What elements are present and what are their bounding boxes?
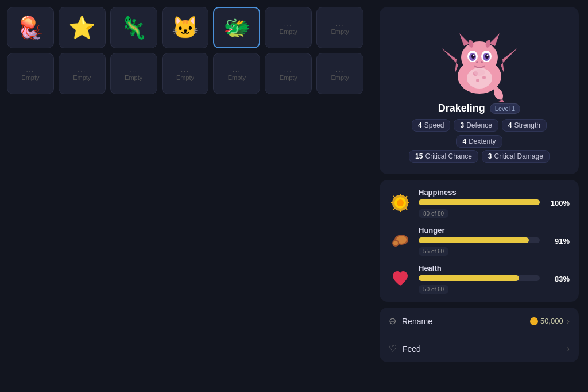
health-bar-fill: [419, 275, 519, 281]
empty-label-5: Empty: [125, 74, 142, 81]
purple-cat-emoji: 🐱: [172, 17, 199, 39]
pet-name: Drakeling: [438, 102, 485, 114]
level-badge: Level 1: [490, 103, 520, 114]
coin-icon: [530, 317, 538, 325]
rename-label: Rename: [402, 317, 530, 326]
svg-point-26: [397, 199, 404, 206]
empty-label-3: Empty: [21, 74, 39, 81]
jellyfish-emoji: 🪼: [17, 17, 44, 39]
health-sub: 50 of 60: [419, 285, 448, 294]
health-info: Health 50 of 60: [419, 264, 540, 294]
svg-line-33: [405, 196, 407, 198]
green-dragon-emoji: 🦎: [120, 17, 147, 39]
happiness-bar-fill: [419, 199, 540, 205]
empty-label-6: Empty: [176, 74, 194, 81]
empty-label-8: Empty: [280, 74, 297, 81]
health-icon: [389, 267, 412, 290]
feed-chevron: ›: [567, 344, 570, 354]
pet-slot-empty-1[interactable]: ... Empty: [265, 7, 312, 48]
rename-cost-value: 50,000: [540, 317, 563, 325]
action-section: ⊖ Rename 50,000 › ♡ Feed ›: [380, 308, 579, 362]
feed-icon: ♡: [389, 343, 397, 354]
health-row: Health 50 of 60 83%: [389, 264, 570, 294]
hunger-bar-bg: [419, 237, 540, 243]
happiness-label: Happiness: [419, 188, 540, 197]
hunger-info: Hunger 55 of 60: [419, 226, 540, 256]
empty-dots-1: ...: [284, 21, 292, 27]
svg-line-34: [393, 208, 395, 210]
pet-slot-empty-9[interactable]: ... Empty: [316, 53, 363, 94]
pet-detail-panel: Drakeling Level 1 4Speed 3Defence 4Stren…: [370, 0, 588, 392]
svg-point-14: [486, 55, 488, 56]
stat-critical-chance: 15Critical Chance: [409, 150, 478, 163]
pet-slot-green-dragon[interactable]: 🦎: [110, 7, 157, 48]
hunger-sub: 55 of 60: [419, 247, 448, 256]
empty-label-4: Empty: [73, 74, 91, 81]
happiness-pct: 100%: [547, 199, 570, 207]
stats-bars-section: Happiness 80 of 80 100% Hunger: [380, 180, 579, 302]
svg-point-10: [473, 55, 474, 56]
svg-point-38: [393, 241, 398, 245]
svg-line-31: [393, 196, 395, 198]
empty-dots-2: ...: [336, 21, 344, 27]
feed-label: Feed: [403, 344, 567, 353]
pet-slot-black-dragon[interactable]: 🐲: [213, 7, 260, 48]
pet-slot-empty-3[interactable]: ... Empty: [7, 53, 54, 94]
rename-cost: 50,000: [530, 317, 563, 325]
pet-grid-panel: 🪼 ⭐ 🦎 🐱 🐲 ... Empty ... Empty ...: [0, 0, 370, 392]
pet-slot-empty-4[interactable]: ... Empty: [59, 53, 106, 94]
rename-action[interactable]: ⊖ Rename 50,000 ›: [380, 308, 579, 335]
svg-line-32: [405, 208, 407, 210]
svg-point-15: [476, 61, 478, 63]
pet-slot-starfish[interactable]: ⭐: [59, 7, 106, 48]
happiness-sub: 80 of 80: [419, 209, 448, 218]
svg-marker-3: [459, 33, 470, 46]
stat-speed: 4Speed: [412, 119, 450, 132]
starfish-emoji: ⭐: [68, 17, 95, 39]
happiness-info: Happiness 80 of 80: [419, 188, 540, 218]
feed-action[interactable]: ♡ Feed ›: [380, 335, 579, 362]
black-dragon-emoji: 🐲: [223, 17, 250, 39]
stat-dexterity: 4Dexterity: [456, 135, 502, 148]
rename-icon: ⊖: [389, 316, 396, 326]
stats-row-primary: 4Speed 3Defence 4Strength 4Dexterity: [389, 119, 570, 148]
stat-strength: 4Strength: [502, 119, 547, 132]
svg-point-19: [476, 79, 479, 82]
hunger-pct: 91%: [547, 237, 570, 245]
pet-card: Drakeling Level 1 4Speed 3Defence 4Stren…: [380, 7, 579, 174]
svg-marker-4: [489, 33, 500, 46]
pet-name-row: Drakeling Level 1: [438, 102, 521, 114]
pet-slot-empty-6[interactable]: ... Empty: [162, 53, 209, 94]
pet-grid-row-1: 🪼 ⭐ 🦎 🐱 🐲 ... Empty ... Empty: [7, 7, 363, 48]
svg-marker-6: [501, 48, 518, 74]
empty-label-2: Empty: [331, 28, 349, 35]
stat-critical-damage: 3Critical Damage: [482, 150, 550, 163]
pet-slot-empty-5[interactable]: ... Empty: [110, 53, 157, 94]
svg-point-18: [482, 76, 486, 79]
health-pct: 83%: [547, 275, 570, 283]
happiness-bar-bg: [419, 199, 540, 205]
stat-defence: 3Defence: [454, 119, 498, 132]
hunger-bar-fill: [419, 237, 529, 243]
pet-grid-row-2: ... Empty ... Empty ... Empty ... Empty …: [7, 53, 363, 94]
svg-point-16: [481, 61, 483, 63]
hunger-icon: [389, 229, 412, 252]
hunger-label: Hunger: [419, 226, 540, 235]
svg-point-23: [474, 69, 485, 76]
pet-slot-jellyfish[interactable]: 🪼: [7, 7, 54, 48]
empty-label-7: Empty: [228, 74, 246, 81]
pet-slot-purple-cat[interactable]: 🐱: [162, 7, 209, 48]
pet-portrait: [436, 16, 523, 102]
empty-label-9: Empty: [331, 74, 349, 81]
health-label: Health: [419, 264, 540, 272]
svg-marker-5: [441, 48, 458, 74]
health-bar-bg: [419, 275, 540, 281]
pet-slot-empty-2[interactable]: ... Empty: [316, 7, 363, 48]
empty-label-1: Empty: [280, 28, 297, 35]
happiness-row: Happiness 80 of 80 100%: [389, 188, 570, 218]
rename-chevron: ›: [567, 316, 570, 326]
happiness-icon: [389, 191, 412, 214]
pet-slot-empty-7[interactable]: ... Empty: [213, 53, 260, 94]
pet-slot-empty-8[interactable]: ... Empty: [265, 53, 312, 94]
hunger-row: Hunger 55 of 60 91%: [389, 226, 570, 256]
